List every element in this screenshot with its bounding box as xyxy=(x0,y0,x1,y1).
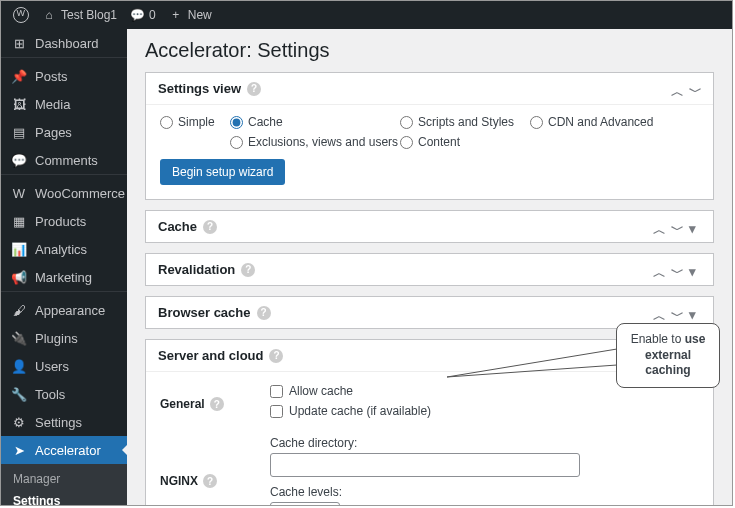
comment-icon: 💬 xyxy=(129,7,145,23)
radio-exclusions[interactable]: Exclusions, views and users xyxy=(230,135,400,149)
begin-wizard-button[interactable]: Begin setup wizard xyxy=(160,159,285,185)
cache-dir-input[interactable] xyxy=(270,453,580,477)
cache-dir-label: Cache directory: xyxy=(270,436,699,450)
wp-logo[interactable] xyxy=(7,7,35,23)
sidebar-item-plugins[interactable]: 🔌Plugins xyxy=(1,324,127,352)
sidebar-item-media[interactable]: 🖼Media xyxy=(1,90,127,118)
sidebar-item-posts[interactable]: 📌Posts xyxy=(1,62,127,90)
plugin-icon: 🔌 xyxy=(11,330,27,346)
chevron-up-icon[interactable]: ︿ xyxy=(653,307,665,319)
help-icon[interactable]: ? xyxy=(247,82,261,96)
chevron-down-icon[interactable]: ▾ xyxy=(689,264,701,276)
help-icon[interactable]: ? xyxy=(257,306,271,320)
chevron-down-icon[interactable]: ▾ xyxy=(689,307,701,319)
chevron-down-icon[interactable]: ﹀ xyxy=(671,221,683,233)
comments-link[interactable]: 💬0 xyxy=(123,7,162,23)
page-icon: ▤ xyxy=(11,124,27,140)
sidebar-item-products[interactable]: ▦Products xyxy=(1,207,127,235)
user-icon: 👤 xyxy=(11,358,27,374)
chevron-down-icon[interactable]: ﹀ xyxy=(671,307,683,319)
rocket-icon: ➤ xyxy=(11,442,27,458)
submenu-settings[interactable]: Settings xyxy=(1,490,127,506)
chevron-up-icon[interactable]: ︿ xyxy=(653,221,665,233)
site-link[interactable]: ⌂Test Blog1 xyxy=(35,7,123,23)
panel-settings-view: Settings view? ︿ ﹀ Simple Cache Scripts … xyxy=(145,72,714,200)
new-link[interactable]: +New xyxy=(162,7,218,23)
cache-levels-input[interactable] xyxy=(270,502,340,506)
settings-icon: ⚙ xyxy=(11,414,27,430)
panel-revalidation[interactable]: Revalidation? ︿﹀▾ xyxy=(145,253,714,286)
page-title: Accelerator: Settings xyxy=(145,39,714,62)
radio-simple[interactable]: Simple xyxy=(160,115,230,129)
chevron-down-icon[interactable]: ﹀ xyxy=(671,264,683,276)
radio-cache[interactable]: Cache xyxy=(230,115,400,129)
brush-icon: 🖌 xyxy=(11,302,27,318)
content-area: Accelerator: Settings Settings view? ︿ ﹀… xyxy=(127,29,732,506)
cache-levels-label: Cache levels: xyxy=(270,485,699,499)
help-icon[interactable]: ? xyxy=(269,349,283,363)
sidebar-item-users[interactable]: 👤Users xyxy=(1,352,127,380)
admin-sidebar: ⊞Dashboard 📌Posts 🖼Media ▤Pages 💬Comment… xyxy=(1,29,127,506)
analytics-icon: 📊 xyxy=(11,241,27,257)
chevron-up-icon[interactable]: ︿ xyxy=(671,83,683,95)
help-icon[interactable]: ? xyxy=(241,263,255,277)
home-icon: ⌂ xyxy=(41,7,57,23)
help-icon[interactable]: ? xyxy=(210,397,224,411)
pin-icon: 📌 xyxy=(11,68,27,84)
submenu-manager[interactable]: Manager xyxy=(1,468,127,490)
chevron-up-icon[interactable]: ︿ xyxy=(653,264,665,276)
panel-cache[interactable]: Cache? ︿﹀▾ xyxy=(145,210,714,243)
plus-icon: + xyxy=(168,7,184,23)
tool-icon: 🔧 xyxy=(11,386,27,402)
radio-cdn[interactable]: CDN and Advanced xyxy=(530,115,680,129)
admin-bar: ⌂Test Blog1 💬0 +New xyxy=(1,1,732,29)
dashboard-icon: ⊞ xyxy=(11,35,27,51)
sidebar-submenu: Manager Settings xyxy=(1,464,127,506)
help-icon[interactable]: ? xyxy=(203,220,217,234)
sidebar-item-analytics[interactable]: 📊Analytics xyxy=(1,235,127,263)
sidebar-item-comments[interactable]: 💬Comments xyxy=(1,146,127,174)
sidebar-item-accelerator[interactable]: ➤Accelerator xyxy=(1,436,127,464)
sidebar-item-dashboard[interactable]: ⊞Dashboard xyxy=(1,29,127,57)
sidebar-item-woocommerce[interactable]: WWooCommerce xyxy=(1,179,127,207)
sidebar-item-settings[interactable]: ⚙Settings xyxy=(1,408,127,436)
marketing-icon: 📢 xyxy=(11,269,27,285)
radio-scripts[interactable]: Scripts and Styles xyxy=(400,115,530,129)
media-icon: 🖼 xyxy=(11,96,27,112)
callout-box: Enable to use external caching xyxy=(616,323,720,388)
sidebar-item-tools[interactable]: 🔧Tools xyxy=(1,380,127,408)
chevron-down-icon[interactable]: ﹀ xyxy=(689,83,701,95)
sidebar-item-pages[interactable]: ▤Pages xyxy=(1,118,127,146)
woo-icon: W xyxy=(11,185,27,201)
chevron-down-icon[interactable]: ▾ xyxy=(689,221,701,233)
sidebar-item-marketing[interactable]: 📢Marketing xyxy=(1,263,127,291)
radio-content[interactable]: Content xyxy=(400,135,530,149)
comment-icon: 💬 xyxy=(11,152,27,168)
sidebar-item-appearance[interactable]: 🖌Appearance xyxy=(1,296,127,324)
checkbox-update-cache[interactable]: Update cache (if available) xyxy=(270,404,699,418)
help-icon[interactable]: ? xyxy=(203,474,217,488)
product-icon: ▦ xyxy=(11,213,27,229)
